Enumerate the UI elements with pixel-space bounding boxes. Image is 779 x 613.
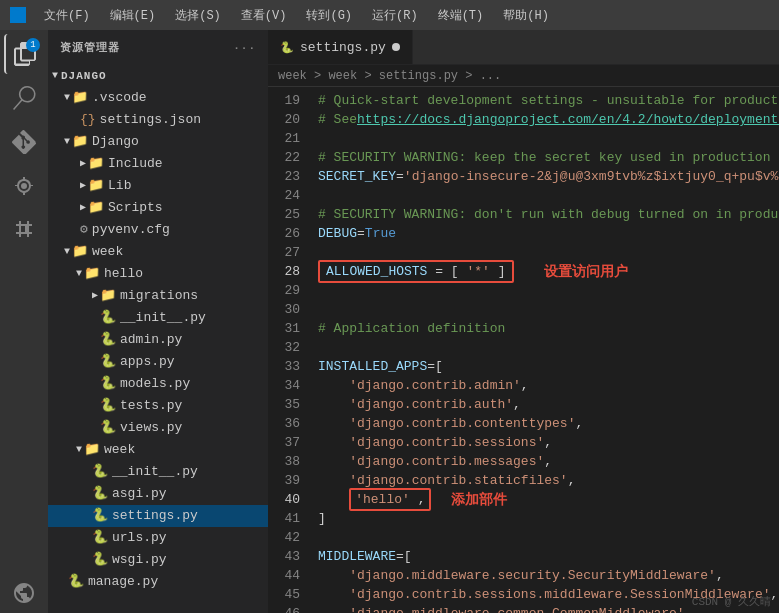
tree-settings-json[interactable]: {} settings.json [48, 109, 268, 131]
activity-badge: 1 [26, 38, 40, 52]
activity-remote[interactable] [4, 573, 44, 613]
code-line: 'django.contrib.contenttypes' , [308, 414, 779, 433]
py-file-icon: 🐍 [100, 417, 116, 439]
sidebar-title: 资源管理器 [60, 40, 120, 55]
unsaved-dot [392, 43, 400, 51]
code-line [308, 300, 779, 319]
tree-label: __init__.py [112, 461, 198, 483]
chevron-down-icon: ▼ [52, 65, 59, 87]
tree-root[interactable]: ▼ DJANGO [48, 65, 268, 87]
app-icon [10, 7, 26, 23]
tree-week-folder[interactable]: ▼ 📁 week [48, 241, 268, 263]
code-line: # SECURITY WARNING: don't run with debug… [308, 205, 779, 224]
py-file-icon: 🐍 [100, 351, 116, 373]
code-line: # SECURITY WARNING: keep the secret key … [308, 148, 779, 167]
code-line [308, 528, 779, 547]
code-editor[interactable]: 19 20 21 22 23 24 25 26 27 28 29 30 31 3… [268, 87, 779, 613]
tree-asgi-py[interactable]: 🐍 asgi.py [48, 483, 268, 505]
code-line: MIDDLEWARE = [ [308, 547, 779, 566]
menu-goto[interactable]: 转到(G) [300, 5, 358, 26]
menu-view[interactable]: 查看(V) [235, 5, 293, 26]
tree-pyvenv[interactable]: ⚙ pyvenv.cfg [48, 219, 268, 241]
chevron-right-icon: ▶ [92, 285, 98, 307]
folder-icon: 📁 [72, 131, 88, 153]
code-line [308, 281, 779, 300]
tree-label: Scripts [108, 197, 163, 219]
tree-admin-py[interactable]: 🐍 admin.py [48, 329, 268, 351]
activity-extensions[interactable] [4, 210, 44, 250]
chevron-right-icon: ▶ [80, 153, 86, 175]
more-icon[interactable]: ··· [233, 42, 256, 54]
tree-django-folder[interactable]: ▼ 📁 Django [48, 131, 268, 153]
file-tree: ▼ DJANGO ▼ 📁 .vscode {} settings.json ▼ … [48, 65, 268, 613]
tree-views-py[interactable]: 🐍 views.py [48, 417, 268, 439]
code-content[interactable]: # Quick-start development settings - uns… [308, 87, 779, 613]
editor-area: 🐍 settings.py week > week > settings.py … [268, 30, 779, 613]
tree-scripts[interactable]: ▶ 📁 Scripts [48, 197, 268, 219]
tree-models-py[interactable]: 🐍 models.py [48, 373, 268, 395]
tree-label: wsgi.py [112, 549, 167, 571]
tree-vscode[interactable]: ▼ 📁 .vscode [48, 87, 268, 109]
tree-label: views.py [120, 417, 182, 439]
menu-terminal[interactable]: 终端(T) [432, 5, 490, 26]
titlebar: 文件(F) 编辑(E) 选择(S) 查看(V) 转到(G) 运行(R) 终端(T… [0, 0, 779, 30]
py-file-icon: 🐍 [100, 329, 116, 351]
tree-init2-py[interactable]: 🐍 __init__.py [48, 461, 268, 483]
code-line: 'django.contrib.sessions' , [308, 433, 779, 452]
tree-label: manage.py [88, 571, 158, 593]
tree-label: tests.py [120, 395, 182, 417]
py-tab-icon: 🐍 [280, 41, 294, 54]
code-line: 'django.contrib.admin' , [308, 376, 779, 395]
annotation-allowed-hosts: 设置访问用户 [544, 262, 628, 281]
tree-week2-folder[interactable]: ▼ 📁 week [48, 439, 268, 461]
py-file-icon: 🐍 [100, 395, 116, 417]
menu-select[interactable]: 选择(S) [169, 5, 227, 26]
tree-migrations[interactable]: ▶ 📁 migrations [48, 285, 268, 307]
folder-icon: 📁 [72, 87, 88, 109]
chevron-right-icon: ▶ [80, 175, 86, 197]
tree-init-py[interactable]: 🐍 __init__.py [48, 307, 268, 329]
code-line [308, 129, 779, 148]
menu-run[interactable]: 运行(R) [366, 5, 424, 26]
code-line [308, 186, 779, 205]
tree-label: hello [104, 263, 143, 285]
tree-label: __init__.py [120, 307, 206, 329]
annotation-hello: 添加部件 [451, 490, 507, 509]
code-line: # See https://docs.djangoproject.com/en/… [308, 110, 779, 129]
tree-lib[interactable]: ▶ 📁 Lib [48, 175, 268, 197]
tree-label: Lib [108, 175, 131, 197]
tree-manage-py[interactable]: 🐍 manage.py [48, 571, 268, 593]
py-file-icon: 🐍 [92, 549, 108, 571]
tree-include[interactable]: ▶ 📁 Include [48, 153, 268, 175]
tree-tests-py[interactable]: 🐍 tests.py [48, 395, 268, 417]
activity-search[interactable] [4, 78, 44, 118]
folder-icon: 📁 [88, 153, 104, 175]
code-line: ] [308, 509, 779, 528]
menu-help[interactable]: 帮助(H) [497, 5, 555, 26]
activity-bar: 1 [0, 30, 48, 613]
tree-hello-folder[interactable]: ▼ 📁 hello [48, 263, 268, 285]
activity-explorer[interactable]: 1 [4, 34, 44, 74]
tab-settings-py[interactable]: 🐍 settings.py [268, 30, 413, 64]
activity-debug[interactable] [4, 166, 44, 206]
tree-wsgi-py[interactable]: 🐍 wsgi.py [48, 549, 268, 571]
tree-urls-py[interactable]: 🐍 urls.py [48, 527, 268, 549]
tree-settings-py[interactable]: 🐍 settings.py [48, 505, 268, 527]
tree-label: models.py [120, 373, 190, 395]
activity-git[interactable] [4, 122, 44, 162]
py-file-icon: 🐍 [92, 527, 108, 549]
chevron-down-icon: ▼ [76, 263, 82, 285]
folder-icon: 📁 [88, 175, 104, 197]
code-line: DEBUG = True [308, 224, 779, 243]
code-line-allowed-hosts: ALLOWED_HOSTS = [ '*' ] 设置访问用户 [308, 262, 779, 281]
tree-apps-py[interactable]: 🐍 apps.py [48, 351, 268, 373]
tree-label: pyvenv.cfg [92, 219, 170, 241]
py-file-icon: 🐍 [68, 571, 84, 593]
menu-edit[interactable]: 编辑(E) [104, 5, 162, 26]
folder-icon: 📁 [84, 439, 100, 461]
tree-label: DJANGO [61, 65, 107, 87]
tree-label: asgi.py [112, 483, 167, 505]
py-file-icon: 🐍 [92, 461, 108, 483]
menu-file[interactable]: 文件(F) [38, 5, 96, 26]
menu-bar: 文件(F) 编辑(E) 选择(S) 查看(V) 转到(G) 运行(R) 终端(T… [38, 5, 555, 26]
